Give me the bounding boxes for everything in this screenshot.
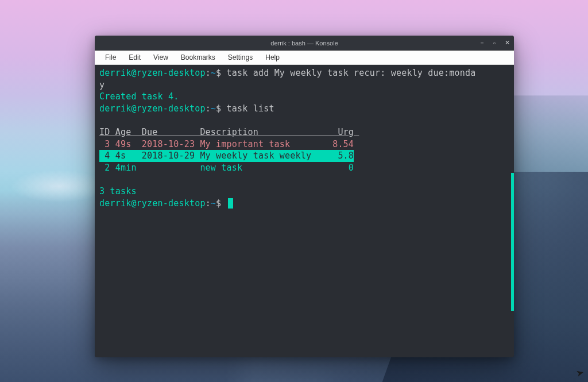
prompt-line-2: derrik@ryzen-desktop:~$ task list xyxy=(99,103,509,115)
blank-1 xyxy=(99,114,509,126)
prompt-user: derrik@ryzen-desktop xyxy=(99,68,206,78)
prompt-path: ~ xyxy=(211,68,216,78)
command-2: task list xyxy=(227,103,274,114)
menubar: File Edit View Bookmarks Settings Help xyxy=(95,51,514,65)
prompt-colon: : xyxy=(206,68,211,78)
table-row: 2 4min new task 0 xyxy=(99,162,509,174)
konsole-window: derrik : bash — Konsole － ▫ ✕ File Edit … xyxy=(95,36,514,357)
menu-help[interactable]: Help xyxy=(260,52,285,63)
menu-file[interactable]: File xyxy=(99,52,122,63)
menu-settings[interactable]: Settings xyxy=(222,52,258,63)
menu-view[interactable]: View xyxy=(148,52,174,63)
terminal-area[interactable]: derrik@ryzen-desktop:~$ task add My week… xyxy=(95,65,514,357)
scrollbar[interactable] xyxy=(511,173,514,311)
minimize-button[interactable]: － xyxy=(478,40,485,47)
prompt-line-1: derrik@ryzen-desktop:~$ task add My week… xyxy=(99,67,509,79)
command-1b: y xyxy=(99,80,105,90)
table-row: 4 4s 2018-10-29 My weekly task weekly 5.… xyxy=(99,150,509,162)
menu-bookmarks[interactable]: Bookmarks xyxy=(175,52,221,63)
menu-edit[interactable]: Edit xyxy=(123,52,146,63)
cursor-icon xyxy=(228,198,233,209)
command-1a: task add My weekly task recur: weekly du… xyxy=(227,68,476,78)
close-button[interactable]: ✕ xyxy=(504,40,510,47)
output-created: Created task 4. xyxy=(99,91,509,103)
table-row: 3 49s 2018-10-23 My important task 8.54 xyxy=(99,138,509,151)
summary-line: 3 tasks xyxy=(99,186,509,198)
window-titlebar[interactable]: derrik : bash — Konsole － ▫ ✕ xyxy=(95,36,514,51)
maximize-button[interactable]: ▫ xyxy=(491,40,498,47)
highlighted-row: 4 4s 2018-10-29 My weekly task weekly 5.… xyxy=(99,150,354,162)
blank-2 xyxy=(99,173,509,186)
prompt-line-3: derrik@ryzen-desktop:~$ xyxy=(99,198,509,210)
window-title: derrik : bash — Konsole xyxy=(270,40,338,47)
command-1b-wrap: y xyxy=(99,79,509,91)
window-controls: － ▫ ✕ xyxy=(478,40,510,47)
prompt-dollar: $ xyxy=(216,68,221,78)
table-header: ID Age Due Description Urg xyxy=(99,126,509,138)
